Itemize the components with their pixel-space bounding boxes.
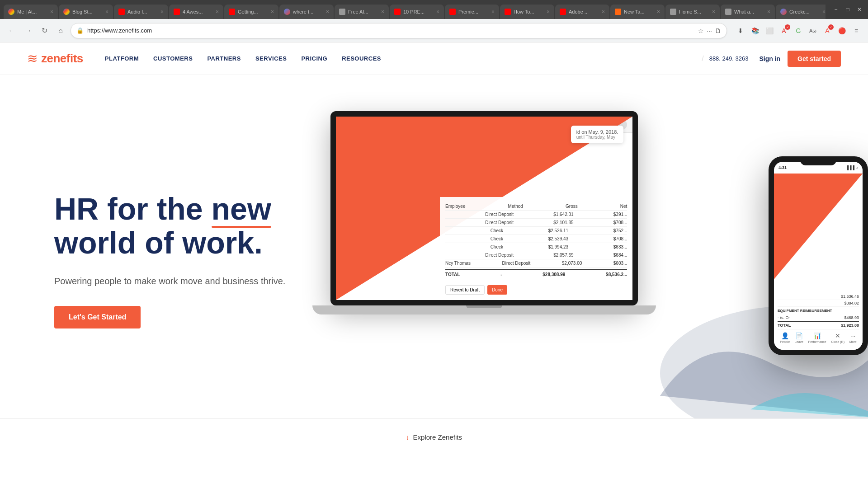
- phone-nav-close[interactable]: ✕ Close (R): [831, 332, 844, 343]
- phone-total-row: TOTAL $1,923.08: [778, 321, 859, 329]
- phone-row: $384.02: [778, 300, 859, 307]
- forward-button[interactable]: →: [22, 24, 34, 37]
- extension-2[interactable]: G: [792, 24, 805, 37]
- browser-tab-tab-6[interactable]: where t...×: [279, 5, 334, 19]
- tab-favicon-tab-12: [615, 9, 621, 15]
- tab-close-tab-8[interactable]: ×: [436, 9, 439, 15]
- tab-close-tab-2[interactable]: ×: [105, 9, 108, 15]
- screen-content: 🔍 Search Inbox Help: [336, 117, 632, 300]
- performance-icon: 📊: [813, 332, 821, 339]
- nav-platform[interactable]: PLATFORM: [105, 55, 139, 62]
- browser-tab-tab-12[interactable]: New Ta...×: [610, 5, 665, 19]
- tab-close-tab-3[interactable]: ×: [160, 9, 164, 15]
- logo[interactable]: ≋ zenefits: [27, 51, 83, 66]
- tab-close-tab-10[interactable]: ×: [547, 9, 550, 15]
- tab-close-tab-14[interactable]: ×: [767, 9, 770, 15]
- browser-tab-tab-9[interactable]: Premie...×: [445, 5, 499, 19]
- nav-services[interactable]: SERVICES: [255, 55, 287, 62]
- minimize-button[interactable]: −: [831, 5, 841, 14]
- nav-resources[interactable]: RESOURCES: [342, 55, 381, 62]
- hero-title: HR for the new world of work.: [54, 192, 285, 260]
- hero-left: HR for the new world of work. Powering p…: [54, 192, 285, 328]
- browser-tab-tab-7[interactable]: Free AI...×: [335, 5, 389, 19]
- sign-in-button[interactable]: Sign in: [759, 55, 780, 62]
- bookmark-icon[interactable]: ☆: [698, 27, 704, 34]
- laptop-body: [312, 305, 656, 314]
- svg-marker-1: [774, 174, 863, 279]
- browser-tab-tab-5[interactable]: Getting...×: [224, 5, 278, 19]
- tab-close-tab-1[interactable]: ×: [50, 9, 53, 15]
- tab-close-tab-9[interactable]: ×: [491, 9, 495, 15]
- lock-icon: 🔒: [76, 27, 84, 34]
- tab-close-tab-11[interactable]: ×: [602, 9, 605, 15]
- action-buttons: Revert to Draft Done: [445, 282, 627, 295]
- tab-favicon-tab-9: [449, 9, 456, 15]
- tab-close-tab-5[interactable]: ×: [271, 9, 274, 15]
- website-content: ≋ zenefits PLATFORM CUSTOMERS PARTNERS S…: [0, 42, 868, 456]
- browser-tab-tab-3[interactable]: Audio I...×: [114, 5, 168, 19]
- tab-close-tab-15[interactable]: ×: [822, 9, 826, 15]
- browser-tab-tab-15[interactable]: Greekс...×: [776, 5, 826, 19]
- nav-pricing[interactable]: PRICING: [301, 55, 327, 62]
- container-icon[interactable]: ⬜: [763, 24, 776, 37]
- browser-tab-tab-14[interactable]: What a...×: [721, 5, 775, 19]
- nav-links: PLATFORM CUSTOMERS PARTNERS SERVICES PRI…: [105, 55, 696, 62]
- tab-label-tab-14: What a...: [734, 9, 764, 14]
- table-row: Check$1,994.23$633...: [445, 243, 627, 251]
- phone-nav-leave[interactable]: 📄 Leave: [795, 332, 803, 343]
- maximize-button[interactable]: □: [843, 5, 853, 14]
- table-row: Ncy ThomasDirect Deposit$2,073.00$603...: [445, 259, 627, 267]
- extension-1[interactable]: A 2: [778, 24, 790, 37]
- library-icon[interactable]: 📚: [749, 24, 761, 37]
- phone-row: - /s. O-$468.93: [778, 314, 859, 321]
- tab-favicon-tab-7: [339, 9, 345, 15]
- browser-tab-tab-1[interactable]: Me | At...×: [4, 5, 58, 19]
- extension-4[interactable]: A 7: [821, 24, 834, 37]
- tab-label-tab-11: Adobe ...: [569, 9, 599, 14]
- phone-row: $1,536.46: [778, 293, 859, 300]
- tab-close-tab-12[interactable]: ×: [657, 9, 660, 15]
- tab-close-tab-4[interactable]: ×: [216, 9, 219, 15]
- nav-partners[interactable]: PARTNERS: [207, 55, 241, 62]
- done-button[interactable]: Done: [487, 285, 507, 295]
- browser-tab-tab-4[interactable]: 4 Awes...×: [169, 5, 223, 19]
- table-row: Check$2,526.11$752...: [445, 227, 627, 235]
- table-row: Direct Deposit$1,642.31$391...: [445, 211, 627, 219]
- home-button[interactable]: ⌂: [54, 24, 67, 37]
- phone-red-triangle: [774, 174, 863, 279]
- phone-nav-performance[interactable]: 📊 Performance: [808, 332, 826, 343]
- get-started-button[interactable]: Get started: [788, 51, 841, 67]
- tab-close-tab-13[interactable]: ×: [712, 9, 715, 15]
- tab-label-tab-12: New Ta...: [624, 9, 654, 14]
- address-bar[interactable]: 🔒 https://www.zenefits.com ☆ ··· 🗋: [71, 23, 727, 38]
- tab-label-tab-10: How To...: [514, 9, 544, 14]
- close-button[interactable]: ✕: [854, 5, 864, 14]
- hero-title-line1: HR for the new: [54, 192, 271, 226]
- tab-close-tab-7[interactable]: ×: [381, 9, 384, 15]
- phone-nav-more[interactable]: ··· More: [849, 332, 857, 343]
- revert-to-draft-button[interactable]: Revert to Draft: [445, 285, 485, 295]
- explore-label: Explore Zenefits: [413, 433, 462, 441]
- phone-signal: ▐▐▐ ○: [846, 165, 858, 170]
- browser-tab-tab-8[interactable]: 10 PRE...×: [390, 5, 444, 19]
- download-icon[interactable]: ⬇: [734, 24, 747, 37]
- url-display: https://www.zenefits.com: [87, 27, 694, 34]
- menu-icon[interactable]: ≡: [850, 24, 863, 37]
- tab-close-tab-6[interactable]: ×: [326, 9, 329, 15]
- extension-3[interactable]: Aω: [807, 24, 819, 37]
- pocket-icon[interactable]: 🗋: [715, 27, 721, 34]
- browser-tab-tab-2[interactable]: Blog St...×: [59, 5, 113, 19]
- nav-customers[interactable]: CUSTOMERS: [153, 55, 193, 62]
- phone-nav-people[interactable]: 👤 People: [780, 332, 790, 343]
- browser-tab-tab-13[interactable]: Home S...×: [665, 5, 720, 19]
- refresh-button[interactable]: ↻: [38, 24, 51, 37]
- browser-tab-tab-11[interactable]: Adobe ...×: [555, 5, 609, 19]
- browser-tab-tab-10[interactable]: How To...×: [500, 5, 554, 19]
- explore-link[interactable]: ↓ Explore Zenefits: [406, 433, 462, 441]
- extension-5[interactable]: 🔴: [835, 24, 848, 37]
- back-button[interactable]: ←: [5, 24, 18, 37]
- more-icon[interactable]: ···: [707, 27, 712, 34]
- browser-actions: ⬇ 📚 ⬜ A 2 G Aω A 7 🔴 ≡: [734, 24, 863, 37]
- laptop-screen: 🔍 Search Inbox Help: [330, 111, 638, 305]
- hero-cta-button[interactable]: Let's Get Started: [54, 306, 141, 328]
